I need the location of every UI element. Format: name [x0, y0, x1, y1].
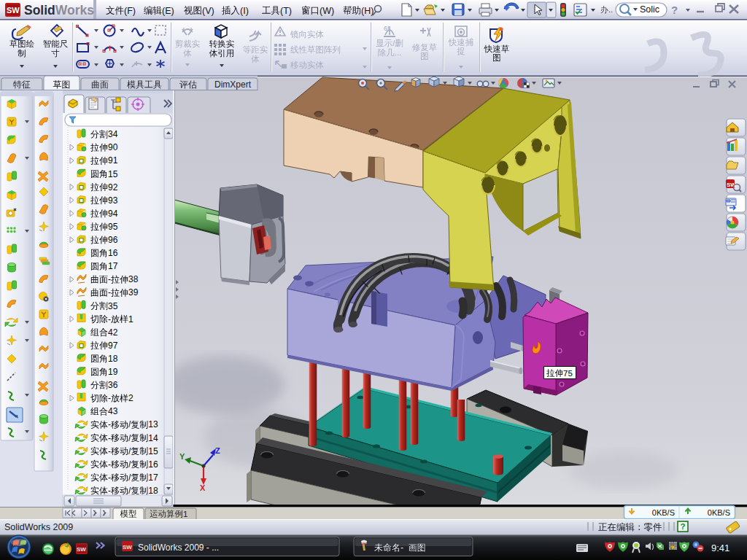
svg-text:9:41: 9:41 [711, 542, 729, 553]
svg-text:(H): (H) [361, 6, 374, 16]
svg-text:16: 16 [108, 248, 118, 258]
svg-text:..: .. [608, 5, 613, 14]
svg-text:15: 15 [108, 169, 118, 179]
svg-text:X: X [200, 483, 206, 492]
svg-text:Solic: Solic [640, 4, 659, 15]
svg-text:(E): (E) [162, 6, 174, 16]
svg-text:(T): (T) [280, 6, 292, 16]
svg-text:(F): (F) [124, 6, 136, 16]
svg-text:___: ___ [576, 541, 584, 545]
svg-text:36: 36 [108, 380, 118, 390]
svg-text:38: 38 [128, 274, 139, 284]
svg-text:16: 16 [148, 459, 158, 470]
svg-text:SW: SW [7, 6, 20, 15]
svg-text:(I): (I) [240, 6, 249, 16]
svg-text:18: 18 [148, 486, 158, 496]
svg-text:34: 34 [108, 129, 118, 139]
svg-text:-: - [108, 486, 111, 496]
svg-text:0KB/S: 0KB/S [708, 508, 730, 517]
svg-text:15: 15 [148, 446, 158, 456]
svg-text:43: 43 [108, 406, 118, 416]
svg-text:95: 95 [108, 222, 118, 232]
svg-text:14: 14 [148, 433, 158, 443]
svg-text:-: - [108, 472, 111, 483]
svg-text:SW: SW [123, 544, 132, 551]
svg-text:-: - [108, 314, 111, 324]
svg-text:75: 75 [563, 369, 573, 378]
svg-text:-: - [108, 459, 111, 470]
svg-text:35: 35 [108, 301, 118, 311]
svg-text:SW: SW [77, 546, 86, 553]
svg-text:Z: Z [215, 446, 220, 455]
svg-text:18: 18 [108, 354, 118, 364]
svg-text:-: - [108, 433, 111, 443]
svg-text:94: 94 [108, 209, 118, 219]
svg-text:96: 96 [108, 235, 118, 245]
svg-text:19: 19 [108, 367, 118, 377]
svg-text:17: 17 [148, 472, 158, 483]
svg-text:SolidWorks: SolidWorks [24, 3, 94, 18]
svg-text:-: - [108, 419, 111, 429]
svg-text:2: 2 [128, 393, 133, 403]
svg-text:39: 39 [128, 287, 139, 298]
svg-text:-: - [108, 274, 111, 284]
svg-text:91: 91 [108, 155, 118, 166]
svg-text:(W): (W) [320, 6, 334, 16]
svg-text:SolidWorks 2009 - ...: SolidWorks 2009 - ... [138, 542, 219, 553]
svg-text:-: - [400, 542, 403, 553]
svg-text:(V): (V) [202, 6, 214, 16]
svg-text:Y: Y [179, 452, 185, 461]
svg-text:6!: 6! [384, 25, 390, 32]
svg-text:DimXpert: DimXpert [214, 79, 252, 90]
svg-text:0KB/S: 0KB/S [652, 508, 675, 517]
svg-text:92: 92 [108, 182, 118, 192]
svg-text:?: ? [681, 522, 686, 531]
svg-text:97: 97 [108, 341, 118, 351]
svg-text:-: - [108, 393, 111, 403]
svg-text:1: 1 [128, 314, 133, 324]
svg-text:17: 17 [108, 261, 118, 271]
svg-text:?: ? [671, 4, 678, 16]
svg-text:-: - [108, 446, 111, 456]
svg-text:13: 13 [148, 419, 158, 429]
svg-text:SolidWorks 2009: SolidWorks 2009 [4, 522, 73, 532]
svg-text:...: ... [395, 48, 402, 57]
svg-text:42: 42 [108, 327, 118, 338]
svg-text:90: 90 [108, 142, 118, 152]
svg-text:1: 1 [183, 510, 187, 518]
svg-text:-: - [108, 287, 111, 298]
svg-text:93: 93 [108, 195, 118, 206]
